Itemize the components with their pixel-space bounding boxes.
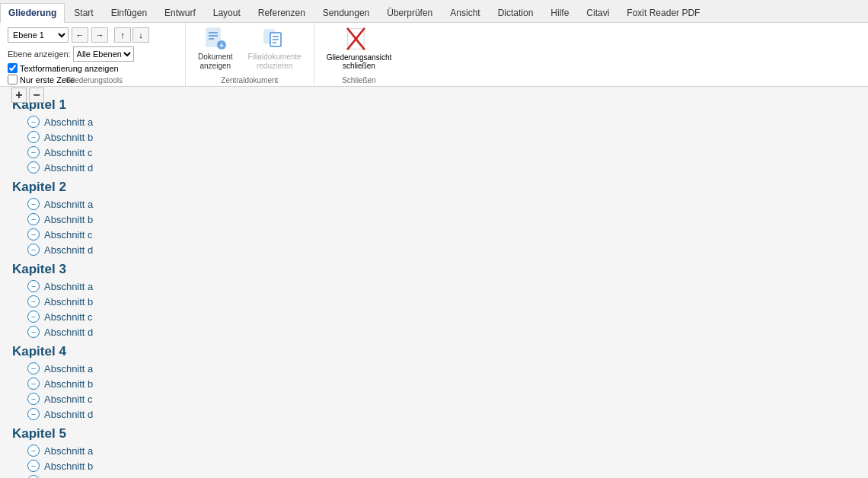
section-text-k1b: Abschnitt b bbox=[44, 132, 93, 143]
tab-ansicht[interactable]: Ansicht bbox=[442, 3, 488, 23]
circle-k5b[interactable] bbox=[27, 460, 40, 472]
circle-k5a[interactable] bbox=[27, 445, 40, 457]
chapter-kap2[interactable]: Kapitel 2 bbox=[12, 180, 856, 195]
gliederungsansicht-schliessen-btn[interactable]: Gliederungsansichtschließen bbox=[322, 26, 397, 72]
section-k3c[interactable]: Abschnitt c bbox=[27, 309, 856, 324]
dokument-anzeigen-btn[interactable]: + Dokumentanzeigen bbox=[193, 26, 238, 72]
circle-k1b[interactable] bbox=[27, 131, 40, 143]
circle-k2c[interactable] bbox=[27, 228, 40, 241]
textformat-checkbox[interactable] bbox=[8, 63, 18, 73]
section-k3a[interactable]: Abschnitt a bbox=[27, 279, 856, 294]
tab-citavi[interactable]: Citavi bbox=[578, 3, 617, 23]
document-content: Kapitel 1Abschnitt aAbschnitt bAbschnitt… bbox=[0, 87, 868, 478]
chapter-kap5[interactable]: Kapitel 5 bbox=[12, 426, 856, 441]
section-k5c[interactable]: Abschnitt c bbox=[27, 473, 856, 478]
section-text-k5b: Abschnitt b bbox=[44, 460, 93, 472]
expand-all-btn[interactable]: + bbox=[11, 88, 27, 103]
circle-k4b[interactable] bbox=[27, 378, 40, 390]
show-level-select[interactable]: Alle Ebenen Ebene 1 Ebene 2 bbox=[73, 46, 134, 62]
tab-hilfe[interactable]: Hilfe bbox=[542, 3, 577, 23]
section-text-k1a: Abschnitt a bbox=[44, 116, 93, 128]
section-text-k3b: Abschnitt b bbox=[44, 296, 93, 308]
section-k5b[interactable]: Abschnitt b bbox=[27, 458, 856, 473]
schliessen-label: Gliederungsansichtschließen bbox=[327, 53, 392, 70]
collapse-all-btn[interactable]: − bbox=[29, 88, 44, 103]
schliessen-group: Gliederungsansichtschließen Schließen bbox=[314, 23, 404, 86]
circle-k3d[interactable] bbox=[27, 326, 40, 338]
chapter-kap3[interactable]: Kapitel 3 bbox=[12, 262, 856, 277]
section-text-k2d: Abschnitt d bbox=[44, 244, 93, 256]
section-text-k2b: Abschnitt b bbox=[44, 214, 93, 225]
show-level-row: Ebene anzeigen: Alle Ebenen Ebene 1 Eben… bbox=[8, 46, 134, 62]
ribbon-toolbar: Ebene 1 Ebene 2 Ebene 3 ← → ↑ ↓ Ebene an… bbox=[0, 23, 868, 87]
ribbon-tabs: Gliederung Start Einfügen Entwurf Layout… bbox=[0, 0, 868, 23]
section-text-k3d: Abschnitt d bbox=[44, 327, 93, 338]
section-k4c[interactable]: Abschnitt c bbox=[27, 391, 856, 406]
section-text-k2c: Abschnitt c bbox=[44, 229, 93, 241]
circle-k4a[interactable] bbox=[27, 362, 40, 374]
section-k1c[interactable]: Abschnitt c bbox=[27, 145, 856, 160]
circle-k2b[interactable] bbox=[27, 213, 40, 225]
circle-k3c[interactable] bbox=[27, 311, 40, 323]
section-text-k1c: Abschnitt c bbox=[44, 147, 93, 158]
schliessen-group-label: Schließen bbox=[314, 76, 404, 84]
tab-ueberpruefen[interactable]: Überprüfen bbox=[378, 3, 441, 23]
filialdokumente-label: Filialdokumentereduzieren bbox=[248, 53, 302, 71]
close-view-icon bbox=[346, 27, 371, 52]
tab-entwurf[interactable]: Entwurf bbox=[156, 3, 204, 23]
gliederungstools-label: Gliederungstools bbox=[3, 76, 185, 84]
section-k1b[interactable]: Abschnitt b bbox=[27, 129, 856, 145]
chapter-kap4[interactable]: Kapitel 4 bbox=[12, 344, 856, 359]
promote-outline-btn[interactable]: ← bbox=[72, 27, 88, 43]
section-text-k3c: Abschnitt c bbox=[44, 311, 93, 323]
tab-sendungen[interactable]: Sendungen bbox=[314, 3, 378, 23]
section-text-k3a: Abschnitt a bbox=[44, 281, 93, 292]
section-text-k2a: Abschnitt a bbox=[44, 199, 93, 210]
filialdokumente-btn[interactable]: Filialdokumentereduzieren bbox=[244, 26, 306, 72]
move-up-btn[interactable]: ↑ bbox=[114, 27, 131, 43]
section-k5a[interactable]: Abschnitt a bbox=[27, 443, 856, 458]
circle-k2a[interactable] bbox=[27, 198, 40, 210]
section-k4d[interactable]: Abschnitt d bbox=[27, 406, 856, 422]
level-select[interactable]: Ebene 1 Ebene 2 Ebene 3 bbox=[8, 27, 69, 43]
circle-k3a[interactable] bbox=[27, 280, 40, 292]
dokument-anzeigen-label: Dokumentanzeigen bbox=[198, 53, 233, 71]
expand-btns: + − bbox=[8, 88, 44, 103]
circle-k3b[interactable] bbox=[27, 295, 40, 308]
tab-gliederung[interactable]: Gliederung bbox=[0, 3, 65, 23]
tab-einfuegen[interactable]: Einfügen bbox=[103, 3, 155, 23]
section-k2a[interactable]: Abschnitt a bbox=[27, 196, 856, 212]
circle-k1c[interactable] bbox=[27, 146, 40, 158]
section-text-k5a: Abschnitt a bbox=[44, 445, 93, 457]
dokument-icon: + bbox=[203, 27, 228, 51]
level-row: Ebene 1 Ebene 2 Ebene 3 ← → ↑ ↓ bbox=[8, 27, 149, 43]
circle-k1a[interactable] bbox=[27, 116, 40, 128]
textformat-row: Textformatierung anzeigen bbox=[8, 63, 119, 73]
section-k4a[interactable]: Abschnitt a bbox=[27, 361, 856, 376]
section-k2c[interactable]: Abschnitt c bbox=[27, 227, 856, 242]
section-k1d[interactable]: Abschnitt d bbox=[27, 160, 856, 175]
tab-foxit[interactable]: Foxit Reader PDF bbox=[618, 3, 708, 23]
section-k2b[interactable]: Abschnitt b bbox=[27, 212, 856, 227]
section-k1a[interactable]: Abschnitt a bbox=[27, 114, 856, 129]
section-text-k1d: Abschnitt d bbox=[44, 162, 93, 174]
zentraldokument-group: + Dokumentanzeigen Filialdokumentered bbox=[186, 23, 314, 86]
circle-k4d[interactable] bbox=[27, 408, 40, 420]
section-text-k4d: Abschnitt d bbox=[44, 409, 93, 420]
circle-k2d[interactable] bbox=[27, 244, 40, 256]
tab-referenzen[interactable]: Referenzen bbox=[250, 3, 314, 23]
section-k3d[interactable]: Abschnitt d bbox=[27, 324, 856, 339]
move-down-btn[interactable]: ↓ bbox=[132, 27, 149, 43]
section-k3b[interactable]: Abschnitt b bbox=[27, 294, 856, 309]
circle-k4c[interactable] bbox=[27, 393, 40, 405]
filialdokumente-icon bbox=[263, 27, 287, 51]
zentral-btns: + Dokumentanzeigen Filialdokumentered bbox=[193, 26, 306, 72]
tab-dictation[interactable]: Dictation bbox=[490, 3, 542, 23]
section-k4b[interactable]: Abschnitt b bbox=[27, 376, 856, 391]
tab-start[interactable]: Start bbox=[65, 3, 101, 23]
demote-outline-btn[interactable]: → bbox=[91, 27, 108, 43]
tab-layout[interactable]: Layout bbox=[205, 3, 249, 23]
circle-k1d[interactable] bbox=[27, 161, 40, 174]
circle-k5c[interactable] bbox=[27, 475, 40, 478]
section-k2d[interactable]: Abschnitt d bbox=[27, 242, 856, 257]
